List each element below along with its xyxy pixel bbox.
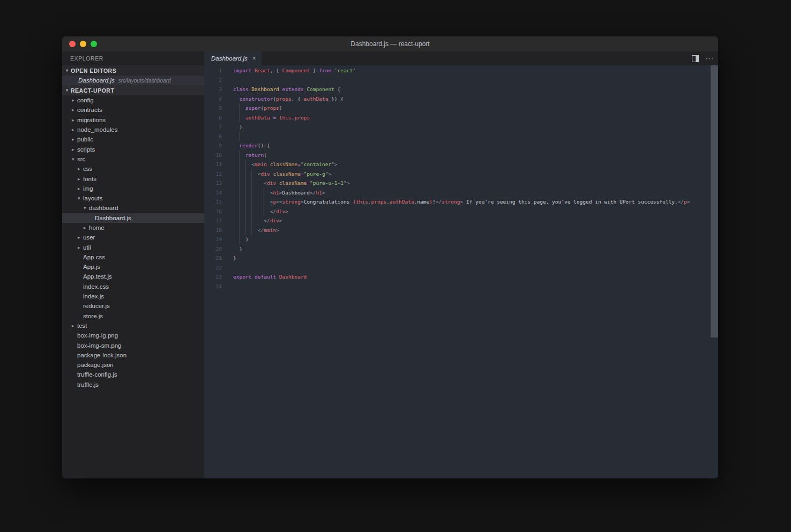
tree-item-app-test-js[interactable]: App.test.js [62, 272, 204, 281]
line-content: </div> [233, 207, 718, 216]
chevron-right-icon: ▸ [72, 98, 77, 103]
tree-item-app-js[interactable]: App.js [62, 262, 204, 272]
open-editor-filename: Dashboard.js [78, 77, 115, 84]
tree-item-app-css[interactable]: App.css [62, 252, 204, 262]
tree-item-package-json[interactable]: package.json [62, 360, 204, 370]
tree-item-img[interactable]: ▸img [62, 184, 204, 193]
tree-item-home[interactable]: ▸home [62, 223, 204, 233]
code-line-19[interactable]: 19 ) [204, 235, 718, 244]
code-line-2[interactable]: 2 [204, 76, 718, 85]
code-line-9[interactable]: 9 render() { [204, 141, 718, 151]
line-content: <p><strong>Congratulations {this.props.a… [233, 197, 718, 207]
code-line-1[interactable]: 1import React, { Component } from 'react… [204, 66, 718, 76]
code-line-21[interactable]: 21} [204, 253, 718, 263]
code-line-4[interactable]: 4 constructor(props, { authData }) { [204, 94, 718, 104]
tree-item-label: dashboard [89, 205, 118, 211]
tree-item-src[interactable]: ▾src [62, 154, 204, 164]
split-editor-button[interactable] [692, 55, 699, 62]
line-content: <div className="pure-g"> [233, 169, 718, 179]
line-content: <main className="container"> [233, 160, 718, 169]
tree-item-config[interactable]: ▸config [62, 95, 204, 105]
indent-guide [239, 178, 240, 188]
tree-item-box-img-lg-png[interactable]: box-img-lg.png [62, 331, 204, 340]
tree-item-util[interactable]: ▸util [62, 242, 204, 252]
chevron-down-icon: ▾ [66, 88, 71, 93]
open-editor-item-dashboard[interactable]: Dashboard.js src/layouts/dashboard [62, 76, 204, 85]
tree-item-label: App.test.js [83, 273, 112, 280]
open-editors-section-header[interactable]: ▾ OPEN EDITORS [62, 65, 204, 76]
tree-item-index-css[interactable]: index.css [62, 282, 204, 291]
tree-item-truffle-js[interactable]: truffle.js [62, 380, 204, 389]
code-line-18[interactable]: 18 </main> [204, 226, 718, 235]
code-line-7[interactable]: 7 } [204, 122, 718, 132]
tree-item-label: Dashboard.js [95, 215, 131, 221]
tree-item-contracts[interactable]: ▸contracts [62, 105, 204, 115]
indent-guide [258, 207, 258, 216]
editor-scrollbar[interactable] [710, 65, 718, 478]
code-line-15[interactable]: 15 <p><strong>Congratulations {this.prop… [204, 197, 718, 207]
tree-item-layouts[interactable]: ▾layouts [62, 193, 204, 203]
code-line-14[interactable]: 14 <h1>Dashboard</h1> [204, 188, 718, 198]
tree-item-label: index.css [83, 283, 109, 290]
tab-dashboard-js[interactable]: Dashboard.js × [204, 51, 262, 65]
indent-guide [239, 235, 240, 244]
app-window: Dashboard.js — react-uport EXPLORER ▾ OP… [62, 36, 718, 478]
line-content: </main> [233, 226, 718, 235]
code-line-3[interactable]: 3class Dashboard extends Component { [204, 85, 718, 94]
code-editor[interactable]: 1import React, { Component } from 'react… [204, 65, 718, 478]
code-line-12[interactable]: 12 <div className="pure-g"> [204, 169, 718, 179]
tree-item-label: reducer.js [83, 303, 110, 309]
code-line-16[interactable]: 16 </div> [204, 207, 718, 216]
tree-item-package-lock-json[interactable]: package-lock.json [62, 350, 204, 360]
tree-item-truffle-config-js[interactable]: truffle-config.js [62, 370, 204, 379]
tree-item-reducer-js[interactable]: reducer.js [62, 301, 204, 311]
project-root-label: REACT-UPORT [71, 87, 114, 94]
code-line-10[interactable]: 10 return( [204, 151, 718, 160]
tree-item-label: package-lock.json [77, 352, 126, 358]
tree-item-test[interactable]: ▸test [62, 321, 204, 331]
code-line-23[interactable]: 23export default Dashboard [204, 272, 718, 282]
tree-item-index-js[interactable]: index.js [62, 291, 204, 301]
code-line-22[interactable]: 22 [204, 263, 718, 273]
line-number: 8 [204, 132, 222, 141]
tree-item-fonts[interactable]: ▸fonts [62, 174, 204, 183]
code-line-20[interactable]: 20 } [204, 244, 718, 254]
indent-guide [239, 169, 240, 179]
scrollbar-thumb[interactable] [711, 65, 718, 338]
code-line-17[interactable]: 17 </div> [204, 216, 718, 226]
line-number: 7 [204, 122, 222, 132]
tree-item-node-modules[interactable]: ▸node_modules [62, 125, 204, 134]
title-bar[interactable]: Dashboard.js — react-uport [62, 36, 718, 51]
indent-guide [245, 197, 246, 207]
code-line-5[interactable]: 5 super(props) [204, 103, 718, 113]
code-line-6[interactable]: 6 authData = this.props [204, 113, 718, 123]
chevron-down-icon: ▾ [78, 196, 83, 201]
tree-item-box-img-sm-png[interactable]: box-img-sm.png [62, 340, 204, 350]
tree-item-dashboard[interactable]: ▾dashboard [62, 203, 204, 213]
code-line-13[interactable]: 13 <div className="pure-u-1-1"> [204, 178, 718, 188]
more-actions-button[interactable]: ··· [705, 56, 714, 61]
tree-item-css[interactable]: ▸css [62, 164, 204, 174]
minimize-window-button[interactable] [80, 41, 86, 47]
code-line-8[interactable]: 8 [204, 132, 718, 141]
chevron-right-icon: ▸ [72, 137, 77, 142]
tree-item-migrations[interactable]: ▸migrations [62, 115, 204, 125]
close-window-button[interactable] [69, 41, 76, 47]
code-line-24[interactable]: 24 [204, 282, 718, 291]
tree-item-user[interactable]: ▸user [62, 233, 204, 242]
tree-item-public[interactable]: ▸public [62, 134, 204, 144]
zoom-window-button[interactable] [91, 41, 97, 47]
line-content: </div> [233, 216, 718, 226]
close-tab-icon[interactable]: × [252, 55, 256, 62]
tree-item-label: contracts [77, 107, 102, 113]
tree-item-scripts[interactable]: ▸scripts [62, 144, 204, 154]
tree-item-label: box-img-lg.png [77, 332, 118, 339]
indent-guide [239, 197, 240, 207]
tree-item-store-js[interactable]: store.js [62, 311, 204, 321]
chevron-right-icon: ▸ [78, 166, 83, 171]
project-section-header[interactable]: ▾ REACT-UPORT [62, 85, 204, 95]
tree-item-dashboard-js[interactable]: Dashboard.js [62, 213, 204, 223]
code-line-11[interactable]: 11 <main className="container"> [204, 160, 718, 169]
indent-guide [239, 113, 240, 123]
tree-item-label: truffle.js [77, 381, 99, 388]
